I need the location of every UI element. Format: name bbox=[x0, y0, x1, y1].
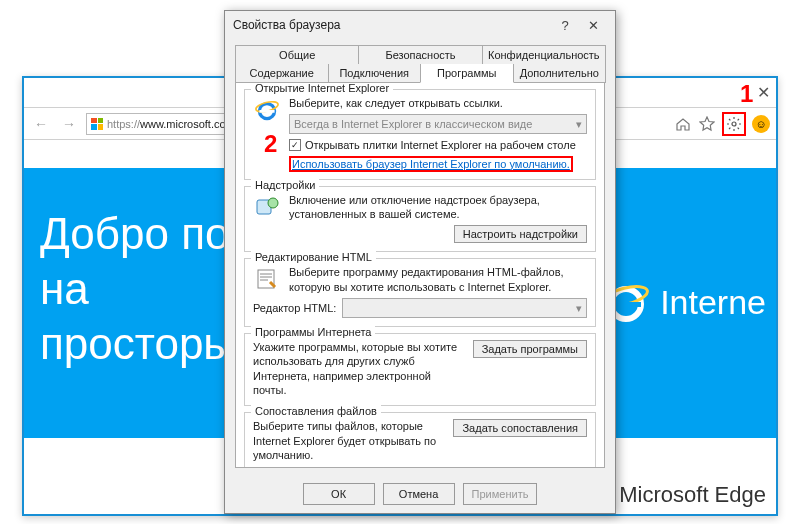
gear-icon[interactable] bbox=[725, 115, 743, 133]
group-file-associations: Сопоставления файлов Выберите типы файло… bbox=[244, 412, 596, 468]
home-icon[interactable] bbox=[674, 115, 692, 133]
assoc-desc: Выберите типы файлов, которые Internet E… bbox=[253, 419, 445, 462]
internet-options-dialog: Свойства браузера ? ✕ Общие Безопасность… bbox=[224, 10, 616, 514]
back-button[interactable]: ← bbox=[30, 113, 52, 135]
svg-point-0 bbox=[732, 122, 736, 126]
html-desc: Выберите программу редактирования HTML-ф… bbox=[289, 265, 587, 294]
hero-ie-brand: Interne bbox=[602, 278, 766, 326]
open-desc: Выберите, как следует открывать ссылки. bbox=[289, 96, 587, 110]
dialog-tabs: Общие Безопасность Конфиденциальность Со… bbox=[225, 39, 615, 83]
tab-programs[interactable]: Программы bbox=[420, 64, 514, 83]
feedback-smiley-icon[interactable]: ☺ bbox=[752, 115, 770, 133]
html-editor-combo[interactable]: ▾ bbox=[342, 298, 587, 318]
open-mode-combo[interactable]: Всегда в Internet Explorer в классическо… bbox=[289, 114, 587, 134]
forward-button[interactable]: → bbox=[58, 113, 80, 135]
favorites-icon[interactable] bbox=[698, 115, 716, 133]
tab-advanced[interactable]: Дополнительно bbox=[513, 64, 607, 83]
group-title-assoc: Сопоставления файлов bbox=[251, 405, 381, 417]
dialog-body: Открытие Internet Explorer Выберите, как… bbox=[235, 82, 605, 468]
tiles-checkbox-label: Открывать плитки Internet Explorer на ра… bbox=[305, 138, 576, 152]
group-opening-ie: Открытие Internet Explorer Выберите, как… bbox=[244, 89, 596, 180]
tab-connections[interactable]: Подключения bbox=[328, 64, 422, 83]
ie-brand-text: Interne bbox=[660, 281, 766, 324]
ie-small-logo-icon bbox=[253, 96, 281, 124]
dialog-title: Свойства браузера bbox=[233, 18, 551, 32]
ok-button[interactable]: ОК bbox=[303, 483, 375, 505]
close-button[interactable]: ✕ bbox=[579, 14, 607, 36]
dialog-footer: ОК Отмена Применить bbox=[225, 475, 615, 513]
group-title-opening: Открытие Internet Explorer bbox=[251, 82, 393, 94]
group-html-editor: Редактирование HTML Выберите программу р… bbox=[244, 258, 596, 327]
svg-rect-6 bbox=[259, 110, 274, 113]
tab-security[interactable]: Безопасность bbox=[358, 45, 482, 64]
chevron-down-icon: ▾ bbox=[576, 117, 582, 131]
addons-icon bbox=[253, 193, 281, 221]
tab-privacy[interactable]: Конфиденциальность bbox=[482, 45, 606, 64]
tab-general[interactable]: Общие bbox=[235, 45, 359, 64]
group-internet-programs: Программы Интернета Укажите программы, к… bbox=[244, 333, 596, 406]
annotation-1: 1 bbox=[740, 80, 753, 108]
svg-point-8 bbox=[268, 198, 278, 208]
group-title-programs: Программы Интернета bbox=[251, 326, 375, 338]
addons-desc: Включение или отключение надстроек брауз… bbox=[289, 193, 587, 222]
chevron-down-icon: ▾ bbox=[576, 302, 582, 315]
group-title-html: Редактирование HTML bbox=[251, 251, 376, 263]
group-addons: Надстройки Включение или отключение надс… bbox=[244, 186, 596, 253]
group-title-addons: Надстройки bbox=[251, 179, 319, 191]
annotation-2: 2 bbox=[264, 130, 277, 158]
close-icon[interactable]: ✕ bbox=[754, 84, 772, 102]
help-button[interactable]: ? bbox=[551, 14, 579, 36]
programs-desc: Укажите программы, которые вы хотите исп… bbox=[253, 340, 465, 397]
set-associations-button[interactable]: Задать сопоставления bbox=[453, 419, 587, 437]
windows-logo-icon bbox=[91, 118, 103, 130]
manage-addons-button[interactable]: Настроить надстройки bbox=[454, 225, 587, 243]
html-editor-label: Редактор HTML: bbox=[253, 302, 336, 314]
tab-content[interactable]: Содержание bbox=[235, 64, 329, 83]
cancel-button[interactable]: Отмена bbox=[383, 483, 455, 505]
settings-button-highlight bbox=[722, 112, 746, 136]
apply-button[interactable]: Применить bbox=[463, 483, 538, 505]
tiles-checkbox[interactable]: ✓ bbox=[289, 139, 301, 151]
dialog-titlebar: Свойства браузера ? ✕ bbox=[225, 11, 615, 39]
set-programs-button[interactable]: Задать программы bbox=[473, 340, 587, 358]
set-default-browser-link[interactable]: Использовать браузер Internet Explorer п… bbox=[289, 156, 573, 172]
html-editor-icon bbox=[253, 265, 281, 293]
